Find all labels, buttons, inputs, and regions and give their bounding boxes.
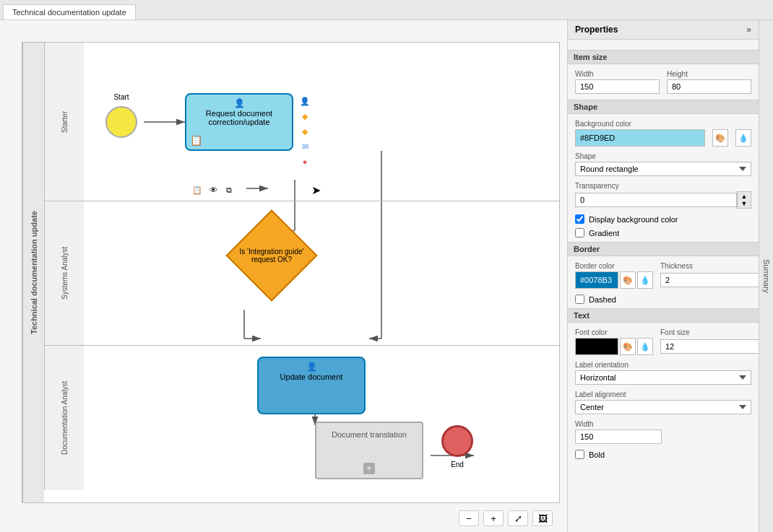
gradient-checkbox[interactable] (575, 228, 584, 237)
thickness-input[interactable] (660, 273, 759, 287)
height-input[interactable] (667, 79, 751, 94)
font-size-label: Font size (660, 328, 759, 336)
bg-color-value: #8FD9ED (580, 134, 615, 142)
panel-content: Item size Width Height Shape Background … (568, 40, 759, 532)
arrow-right-indicator: ➤ (311, 183, 321, 197)
item-size-fields: Width Height (575, 70, 751, 94)
bold-checkbox-row: Bold (575, 450, 751, 459)
zoom-in-button[interactable]: + (483, 510, 504, 526)
text-width-input[interactable] (575, 429, 662, 444)
width-label: Width (575, 70, 660, 78)
task1-node[interactable]: 👤 Request document correction/update 📋 (185, 93, 293, 151)
font-color-swatch[interactable] (575, 338, 618, 355)
swimlane-starter: Starter Start 👤 Request document correct… (44, 43, 559, 201)
start-node[interactable]: Start (105, 106, 137, 138)
shape-label: Shape (575, 152, 751, 160)
font-size-input[interactable] (660, 339, 759, 354)
task2-node[interactable]: 👤 Update document (257, 357, 366, 414)
floating-icons-bottom: 📋 👁 ⧉ (191, 183, 236, 196)
text-section-title: Text (568, 308, 759, 323)
summary-tab[interactable]: Summary (759, 20, 773, 532)
label-orientation-select[interactable]: Horizontal Vertical (575, 370, 751, 385)
icon-copy[interactable]: 📋 (191, 183, 204, 196)
text-width-group: Width (575, 420, 751, 444)
shape-section-title: Shape (568, 100, 759, 114)
task3-node[interactable]: Document translation + (315, 422, 423, 479)
color-dropper-icon[interactable]: 💧 (735, 129, 751, 147)
icon-duplicate[interactable]: ⧉ (223, 183, 236, 196)
transparency-group: Transparency ▲▼ (575, 182, 751, 209)
transparency-spin-button[interactable]: ▲▼ (737, 191, 751, 209)
font-color-row: 🎨 💧 (575, 338, 653, 355)
canvas-area[interactable]: Technical documentation update Starter S… (0, 20, 567, 532)
panel-header: Properties » (568, 20, 759, 40)
height-field-group: Height (667, 70, 751, 94)
fit-button[interactable]: ⤢ (508, 510, 528, 526)
icon-eye[interactable]: 👁 (207, 183, 220, 196)
label-alignment-label: Label alignment (575, 391, 751, 398)
icon-person-blue[interactable]: 👤 (298, 95, 311, 108)
font-color-label: Font color (575, 328, 653, 336)
person-icon-task2: 👤 (306, 362, 317, 372)
icon-circle-red[interactable]: ● (298, 155, 311, 168)
transparency-spinner: ▲▼ (575, 191, 751, 209)
image-button[interactable]: 🖼 (532, 510, 553, 526)
end-label: End (441, 461, 473, 468)
transparency-input[interactable] (575, 193, 737, 207)
color-picker-icon[interactable]: 🎨 (712, 129, 728, 147)
dashed-checkbox[interactable] (575, 295, 584, 304)
swimlane-content-analyst: Is 'Integration guide' request OK? (84, 201, 559, 345)
start-circle (105, 106, 137, 138)
border-fields: Border color #0078B3 🎨 💧 Thickness (575, 262, 751, 289)
border-color-dropper-icon[interactable]: 💧 (637, 271, 653, 289)
display-bg-checkbox[interactable] (575, 214, 584, 224)
border-color-value: #0078B3 (580, 276, 612, 284)
gradient-checkbox-row: Gradient (575, 228, 751, 237)
task3-label: Document translation (316, 430, 422, 439)
thickness-spinner: ▲▼ (660, 271, 759, 289)
width-input[interactable] (575, 79, 660, 94)
transparency-label: Transparency (575, 182, 751, 190)
swimlanes-wrapper: Starter Start 👤 Request document correct… (44, 43, 559, 502)
border-color-row: #0078B3 🎨 💧 (575, 271, 653, 289)
floating-icons-right: 👤 ◆ ◆ ✉ ● (298, 95, 311, 168)
icon-diamond-orange2[interactable]: ◆ (298, 125, 311, 138)
task1-bottom-icon: 📋 (190, 134, 202, 146)
dashed-label: Dashed (589, 295, 616, 304)
shape-select-group: Shape Round rectangle Rectangle Diamond … (575, 152, 751, 176)
font-fields: Font color 🎨 💧 Font size ▲▼ (575, 328, 751, 355)
start-label: Start (105, 93, 137, 101)
display-bg-label: Display background color (589, 215, 678, 224)
font-size-spinner: ▲▼ (660, 338, 759, 355)
font-color-group: Font color 🎨 💧 (575, 328, 653, 355)
end-circle (441, 425, 473, 457)
border-color-label: Border color (575, 262, 653, 270)
height-label: Height (667, 70, 751, 78)
label-alignment-group: Label alignment Center Left Right (575, 391, 751, 414)
task3-plus-icon[interactable]: + (363, 463, 375, 474)
label-alignment-select[interactable]: Center Left Right (575, 400, 751, 414)
icon-mail-blue[interactable]: ✉ (298, 140, 311, 153)
display-bg-checkbox-row: Display background color (575, 214, 751, 224)
bg-color-swatch[interactable]: #8FD9ED (575, 129, 705, 147)
tab-technical-doc[interactable]: Technical documentation update (3, 4, 136, 19)
icon-diamond-orange[interactable]: ◆ (298, 110, 311, 123)
task1-label: Request document correction/update (186, 109, 292, 126)
border-color-group: Border color #0078B3 🎨 💧 (575, 262, 653, 289)
decision-diamond (225, 209, 317, 301)
bold-checkbox[interactable] (575, 450, 584, 459)
font-color-dropper-icon[interactable]: 💧 (637, 338, 653, 355)
decision-node-wrapper[interactable]: Is 'Integration guide' request OK? (239, 223, 304, 288)
bg-color-row: #8FD9ED 🎨 💧 (575, 129, 751, 147)
swimlane-content-starter: Start 👤 Request document correction/upda… (84, 43, 559, 201)
bold-label: Bold (589, 450, 605, 459)
border-color-picker-icon[interactable]: 🎨 (620, 271, 636, 289)
zoom-out-button[interactable]: − (459, 510, 479, 526)
shape-select[interactable]: Round rectangle Rectangle Diamond Circle (575, 162, 751, 176)
swimlane-label-analyst: Systems Analyst (44, 201, 84, 345)
panel-collapse-button[interactable]: » (746, 25, 751, 35)
thickness-label: Thickness (660, 262, 759, 270)
end-node[interactable]: End (441, 425, 473, 457)
border-color-swatch[interactable]: #0078B3 (575, 271, 618, 289)
font-color-picker-icon[interactable]: 🎨 (620, 338, 636, 355)
